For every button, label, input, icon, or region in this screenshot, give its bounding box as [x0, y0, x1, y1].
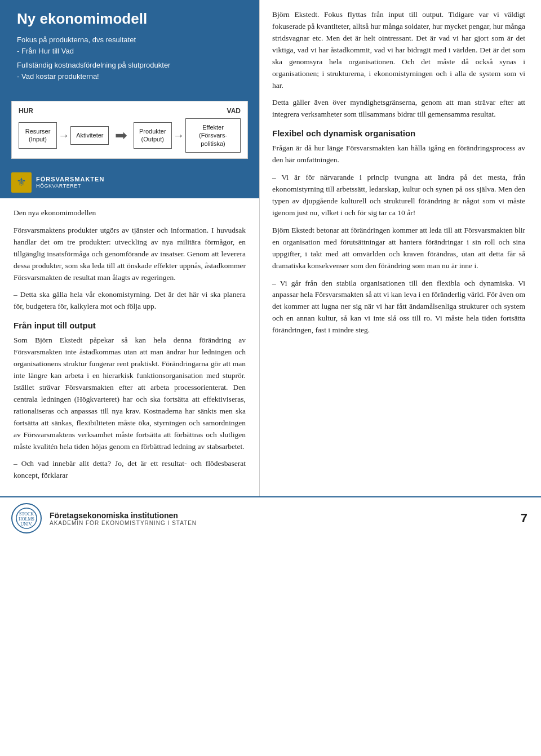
header-sub2: Fullständig kostnadsfördelning på slutpr…	[17, 60, 242, 82]
svg-text:STOCK: STOCK	[19, 512, 34, 517]
diagram-area: HUR VAD Resurser (Input) → Aktiviteter ➡…	[0, 101, 259, 168]
box-resurser: Resurser (Input)	[19, 122, 57, 149]
right-column: Björn Ekstedt. Fokus flyttas från input …	[259, 0, 541, 496]
footer-institution: Företagsekonomiska institutionen	[50, 511, 530, 520]
footer-academy: AKADEMIN FÖR EKONOMISTYRNING I STATEN	[50, 520, 530, 526]
right-para3: Frågan är då hur länge Försvarsmakten ka…	[272, 143, 525, 166]
right-para1: Björn Ekstedt. Fokus flyttas från input …	[272, 9, 525, 91]
box-aktiviteter: Aktiviteter	[70, 126, 109, 144]
arrow1: →	[57, 129, 70, 142]
left-para1: Försvarsmaktens produkter utgörs av tjän…	[14, 225, 246, 284]
page-title: Ny ekonomimodell	[17, 10, 242, 28]
forsvarsmakten-emblem: ⚜	[11, 172, 32, 193]
right-para4: – Vi är för närvarande i princip tvungna…	[272, 172, 525, 219]
box-effekter: Effekter (Försvars- politiska)	[185, 118, 241, 153]
footer-logo: STOCK HOLMS UNIV.	[11, 503, 42, 533]
left-para3: Som Björn Ekstedt påpekar så kan hela de…	[14, 335, 246, 452]
box-produkter: Produkter (Output)	[134, 122, 172, 149]
logo-name: FÖRSVARSMAKTEN	[36, 175, 104, 183]
intro-text: Den nya ekonomimodellen	[14, 207, 246, 219]
svg-text:UNIV.: UNIV.	[21, 522, 33, 527]
section-title-input-output: Från input till output	[14, 321, 246, 330]
footer: STOCK HOLMS UNIV. Företagsekonomiska ins…	[0, 496, 541, 539]
left-para2: – Detta ska gälla hela vår ekonomistyrni…	[14, 289, 246, 313]
right-para2: Detta gäller även över myndighetsgränser…	[272, 97, 525, 121]
arrow2: →	[172, 129, 185, 142]
vad-label: VAD	[227, 107, 241, 115]
big-arrow: ➡	[109, 127, 133, 144]
logo-sub: HÖGKVARTERET	[36, 183, 104, 190]
right-para6: – Vi går från den stabila organisationen…	[272, 278, 525, 337]
footer-page-number: 7	[521, 511, 527, 526]
section-title-flexibel: Flexibel och dynamisk organisation	[272, 128, 525, 138]
right-para5: Björn Ekstedt betonar att förändringen k…	[272, 225, 525, 272]
hur-label: HUR	[19, 107, 33, 115]
svg-text:⚜: ⚜	[16, 176, 26, 188]
logo-bar: ⚜ FÖRSVARSMAKTEN HÖGKVARTERET	[0, 168, 259, 198]
header-sub1: Fokus på produkterna, dvs resultatet - F…	[17, 34, 242, 56]
svg-text:HOLMS: HOLMS	[19, 517, 34, 522]
left-para4: – Och vad innebär allt detta? Jo, det är…	[14, 458, 246, 482]
